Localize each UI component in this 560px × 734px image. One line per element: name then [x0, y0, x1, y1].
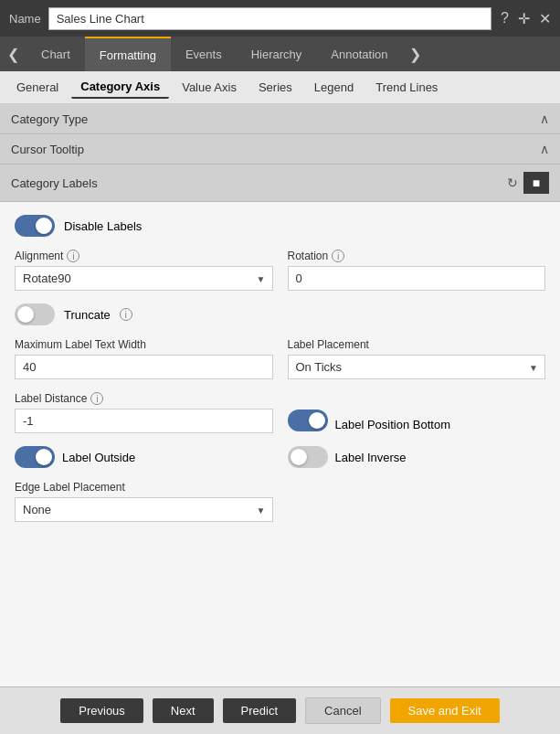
category-type-section[interactable]: Category Type ∧ — [0, 104, 560, 134]
tab-formatting[interactable]: Formatting — [85, 37, 171, 71]
category-type-label: Category Type — [11, 112, 88, 126]
edge-label-placement-select-wrapper: None Auto Fixed — [15, 497, 273, 522]
alignment-rotation-row: Alignment i Rotate90 Rotate45 Horizontal… — [15, 250, 545, 291]
bottom-bar: Previous Next Predict Cancel Save and Ex… — [0, 686, 560, 734]
predict-button[interactable]: Predict — [223, 698, 296, 723]
rotation-label: Rotation i — [288, 250, 546, 262]
category-labels-actions: ↻ ■ — [507, 172, 549, 194]
edge-label-placement-label: Edge Label Placement — [15, 481, 273, 494]
disable-labels-label: Disable Labels — [64, 219, 142, 233]
nav-prev-arrow[interactable]: ❮ — [0, 37, 26, 71]
edge-label-placement-row: Edge Label Placement None Auto Fixed — [15, 481, 545, 522]
truncate-info-icon[interactable]: i — [120, 308, 132, 321]
label-position-bottom-label: Label Position Bottom — [335, 418, 450, 431]
subnav-general[interactable]: General — [7, 77, 68, 98]
name-label: Name — [9, 12, 41, 26]
truncate-row: Truncate i — [15, 303, 545, 325]
tab-events[interactable]: Events — [171, 37, 237, 71]
cursor-tooltip-section[interactable]: Cursor Tooltip ∧ — [0, 134, 560, 165]
cursor-tooltip-label: Cursor Tooltip — [11, 143, 84, 156]
help-icon[interactable]: ? — [501, 10, 509, 27]
category-type-chevron: ∧ — [540, 112, 549, 126]
top-nav: ❮ Chart Formatting Events Hierarchy Anno… — [0, 37, 560, 71]
label-distance-info-icon[interactable]: i — [90, 392, 103, 405]
rotation-info-icon[interactable]: i — [332, 250, 344, 262]
distance-position-row: Label Distance i Label Position Bottom — [15, 392, 545, 433]
dark-action-button[interactable]: ■ — [523, 172, 549, 194]
chart-name-input[interactable] — [48, 7, 491, 30]
max-label-width-group: Maximum Label Text Width — [15, 338, 273, 379]
label-inverse-label: Label Inverse — [335, 451, 407, 464]
tab-hierarchy[interactable]: Hierarchy — [237, 37, 317, 71]
move-icon[interactable]: ✛ — [518, 10, 530, 27]
label-position-bottom-group: Label Position Bottom — [288, 392, 546, 433]
previous-button[interactable]: Previous — [60, 698, 143, 723]
refresh-icon[interactable]: ↻ — [507, 176, 518, 190]
max-label-width-input[interactable] — [15, 355, 273, 379]
label-distance-label: Label Distance i — [15, 392, 273, 405]
outside-inverse-row: Label Outside Label Inverse — [15, 446, 545, 468]
truncate-toggle[interactable] — [15, 303, 55, 325]
disable-labels-row: Disable Labels — [15, 215, 545, 237]
alignment-select[interactable]: Rotate90 Rotate45 Horizontal Vertical — [15, 266, 273, 291]
label-outside-group: Label Outside — [15, 446, 273, 468]
close-icon[interactable]: ✕ — [539, 10, 551, 27]
content-area: Category Type ∧ Cursor Tooltip ∧ Categor… — [0, 104, 560, 686]
label-inverse-group: Label Inverse — [288, 446, 546, 468]
label-placement-label: Label Placement — [288, 338, 546, 351]
next-button[interactable]: Next — [153, 698, 214, 723]
header: Name ? ✛ ✕ — [0, 0, 560, 37]
subnav-category-axis[interactable]: Category Axis — [71, 76, 169, 99]
alignment-info-icon[interactable]: i — [67, 250, 79, 262]
label-placement-group: Label Placement On Ticks Between Ticks — [288, 338, 546, 379]
label-position-bottom-toggle[interactable] — [288, 410, 328, 431]
save-exit-button[interactable]: Save and Exit — [390, 698, 500, 723]
sub-nav: General Category Axis Value Axis Series … — [0, 71, 560, 104]
rotation-input[interactable] — [288, 266, 546, 291]
header-icons: ? ✛ ✕ — [501, 10, 551, 27]
cursor-tooltip-chevron: ∧ — [540, 142, 549, 156]
label-distance-group: Label Distance i — [15, 392, 273, 433]
label-distance-input[interactable] — [15, 409, 273, 433]
label-placement-select[interactable]: On Ticks Between Ticks — [288, 355, 546, 379]
cancel-button[interactable]: Cancel — [305, 697, 380, 724]
subnav-value-axis[interactable]: Value Axis — [173, 77, 246, 98]
category-labels-label: Category Labels — [11, 176, 98, 190]
label-outside-label: Label Outside — [62, 451, 135, 464]
subnav-trend-lines[interactable]: Trend Lines — [366, 77, 447, 98]
label-placement-select-wrapper: On Ticks Between Ticks — [288, 355, 546, 379]
label-outside-toggle[interactable] — [15, 446, 55, 468]
alignment-select-wrapper: Rotate90 Rotate45 Horizontal Vertical — [15, 266, 273, 291]
edge-label-placement-select[interactable]: None Auto Fixed — [15, 497, 273, 522]
disable-labels-toggle[interactable] — [15, 215, 55, 237]
alignment-label: Alignment i — [15, 250, 273, 262]
tab-annotation[interactable]: Annotation — [316, 37, 402, 71]
tab-chart[interactable]: Chart — [26, 37, 85, 71]
subnav-legend[interactable]: Legend — [305, 77, 363, 98]
edge-label-placement-group: Edge Label Placement None Auto Fixed — [15, 481, 273, 522]
category-labels-section[interactable]: Category Labels ↻ ■ — [0, 165, 560, 202]
form-section: Disable Labels Alignment i Rotate90 Rota… — [0, 202, 560, 548]
subnav-series[interactable]: Series — [249, 77, 301, 98]
label-inverse-toggle[interactable] — [288, 446, 328, 468]
truncate-label: Truncate — [64, 308, 111, 322]
alignment-group: Alignment i Rotate90 Rotate45 Horizontal… — [15, 250, 273, 291]
max-label-width-label: Maximum Label Text Width — [15, 338, 273, 351]
width-placement-row: Maximum Label Text Width Label Placement… — [15, 338, 545, 379]
rotation-group: Rotation i — [288, 250, 546, 291]
nav-next-arrow[interactable]: ❯ — [402, 37, 428, 71]
